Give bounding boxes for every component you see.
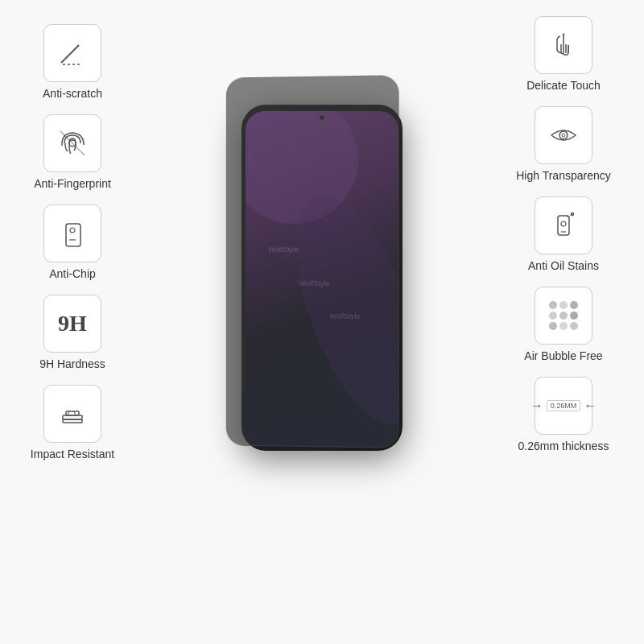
screen-protector: [226, 75, 399, 448]
thickness-icon-box: → 0.26MM ←: [535, 377, 592, 435]
9h-hardness-label: 9H Hardness: [39, 357, 105, 370]
air-bubble-free-label: Air Bubble Free: [524, 349, 602, 362]
anti-scratch-icon-box: [43, 24, 101, 82]
delicate-touch-label: Delicate Touch: [526, 79, 601, 92]
anti-oil-icon-box: [535, 196, 592, 254]
anti-fingerprint-label: Anti-Fingerprint: [34, 177, 111, 190]
svg-point-6: [70, 228, 75, 233]
thickness-box: → 0.26MM ←: [530, 398, 597, 413]
svg-point-18: [572, 213, 574, 216]
phone-camera: [319, 114, 325, 121]
touch-icon: [547, 29, 580, 61]
fingerprint-icon: [56, 127, 89, 159]
arrow-left: ←: [584, 398, 597, 413]
phone-container: WolfStyle WolfStyle WolfStyle: [225, 89, 419, 555]
anti-chip-label: Anti-Chip: [49, 267, 96, 280]
right-features: Delicate Touch High Transparency: [491, 16, 636, 452]
anti-fingerprint-icon-box: [43, 114, 101, 172]
left-features: Anti-scratch Anti-Fingerprint: [8, 24, 137, 460]
svg-line-1: [61, 60, 64, 63]
svg-point-15: [561, 221, 566, 226]
feature-impact-resistant: Impact Resistant: [8, 385, 137, 460]
impact-resistant-icon-box: [43, 385, 101, 443]
high-transparency-icon-box: [535, 106, 592, 164]
arrow-right: →: [530, 398, 543, 413]
feature-anti-fingerprint: Anti-Fingerprint: [8, 114, 137, 190]
eye-icon: [547, 119, 580, 151]
feature-air-bubble-free: Air Bubble Free: [491, 287, 636, 362]
anti-oil-label: Anti Oil Stains: [528, 259, 599, 272]
svg-rect-5: [66, 224, 80, 246]
delicate-touch-icon-box: [535, 16, 592, 74]
anti-scratch-label: Anti-scratch: [43, 87, 102, 100]
9h-hardness-icon-box: 9H: [43, 295, 101, 353]
high-transparency-label: High Transparency: [516, 169, 611, 182]
anti-chip-icon-box: [43, 204, 101, 262]
svg-point-13: [562, 134, 565, 137]
air-bubble-free-icon-box: [535, 287, 592, 345]
feature-thickness: → 0.26MM ← 0.26mm thickness: [491, 377, 636, 452]
feature-delicate-touch: Delicate Touch: [491, 16, 636, 92]
impact-icon: [56, 398, 89, 430]
thickness-value: 0.26MM: [547, 400, 581, 411]
feature-high-transparency: High Transparency: [491, 106, 636, 182]
svg-point-12: [559, 131, 568, 139]
svg-point-11: [563, 34, 564, 35]
page-container: Anti-scratch Anti-Fingerprint: [0, 0, 644, 644]
feature-anti-scratch: Anti-scratch: [8, 24, 137, 100]
svg-line-0: [64, 45, 79, 60]
watermark-1: WolfStyle: [269, 246, 299, 254]
watermark-3: WolfStyle: [330, 312, 361, 320]
thickness-arrows: → 0.26MM ←: [530, 398, 597, 413]
9h-icon: 9H: [58, 311, 87, 336]
thickness-label: 0.26mm thickness: [518, 440, 609, 452]
svg-rect-10: [63, 419, 82, 423]
feature-anti-oil: Anti Oil Stains: [491, 196, 636, 272]
impact-resistant-label: Impact Resistant: [31, 448, 114, 460]
feature-9h-hardness: 9H 9H Hardness: [8, 295, 137, 370]
anti-oil-icon: [547, 209, 580, 242]
feature-anti-chip: Anti-Chip: [8, 204, 137, 280]
bubbles-icon: [544, 296, 583, 335]
scratch-icon: [56, 37, 89, 69]
watermark-2: WolfStyle: [299, 279, 330, 287]
chip-icon: [56, 217, 89, 250]
